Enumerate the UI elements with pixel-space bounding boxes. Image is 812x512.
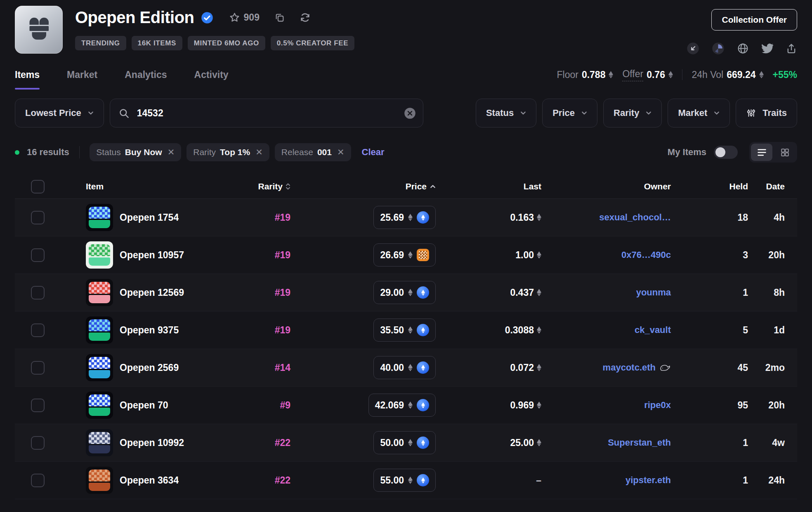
eth-icon [537,214,541,221]
owner-link[interactable]: younma [636,287,671,298]
table-body: Opepen 1754 #19 25.69 [15,199,797,499]
owner-link[interactable]: ripe0x [644,400,671,411]
marketplace-icon[interactable] [687,42,699,55]
collection-page: Opepen Edition 909 TRENDING [0,0,812,512]
owner-link[interactable]: 0x76…490c [621,250,671,260]
buy-price-button[interactable]: 35.50 [373,319,436,342]
table-row[interactable]: Opepen 9375 #19 35.50 [15,311,797,349]
tab-items[interactable]: Items [15,57,40,93]
buy-price-button[interactable]: 25.69 [373,206,436,229]
owner-link[interactable]: ck_vault [635,325,671,335]
owner-link[interactable]: sexual_chocol… [599,212,671,223]
held-count: 1 [743,475,748,486]
item-name: Opepen 10992 [120,437,184,448]
refresh-button[interactable] [300,12,311,23]
eth-icon [759,71,764,78]
item-name: Opepen 10957 [120,250,184,261]
gem-icon[interactable] [712,42,725,55]
table-row[interactable]: Opepen 10957 #19 26.69 [15,236,797,274]
live-indicator-icon [15,150,19,155]
copy-address-button[interactable] [274,12,285,23]
owner-link[interactable]: yipster.eth [626,475,671,486]
divider [682,69,683,80]
owner-link[interactable]: maycotc.eth [603,362,656,373]
owner-link[interactable]: Superstan_eth [608,437,671,448]
collection-offer-button[interactable]: Collection Offer [711,9,797,31]
table-row[interactable]: Opepen 12569 #19 29.00 [15,274,797,311]
rarity-rank: #19 [275,287,290,298]
column-header-rarity[interactable]: Rarity [224,182,294,191]
marketplace-token-icon [417,436,429,449]
list-view-button[interactable] [751,144,772,161]
filter-chip[interactable]: Release 001 ✕ [275,143,351,161]
table-row[interactable]: Opepen 3634 #22 55.00 [15,462,797,499]
column-header-date[interactable]: Date [759,182,797,191]
eth-icon [537,439,541,446]
row-checkbox[interactable] [31,286,45,300]
items-table: Item Rarity Price Last Owner Held Date [0,175,812,499]
last-sale-empty: – [536,475,541,486]
eth-icon [408,364,413,371]
twitter-icon[interactable] [761,42,773,54]
rarity-rank: #9 [280,400,290,411]
offer-stat[interactable]: Offer0.76 [622,68,673,81]
row-checkbox[interactable] [31,323,45,337]
nft-thumbnail [86,204,113,231]
eth-icon [668,71,673,78]
filter-chip[interactable]: Rarity Top 1% ✕ [186,143,269,161]
tab-activity[interactable]: Activity [194,57,229,93]
sort-dropdown[interactable]: Lowest Price [15,99,104,127]
buy-price-button[interactable]: 26.69 [373,243,436,267]
buy-price-button[interactable]: 40.00 [373,356,436,379]
remove-chip-icon[interactable]: ✕ [255,147,263,157]
column-header-price[interactable]: Price [294,182,437,191]
clear-filters-link[interactable]: Clear [362,147,385,158]
table-row[interactable]: Opepen 70 #9 42.069 [15,387,797,424]
chevron-down-icon [88,111,94,115]
traits-button[interactable]: Traits [736,99,797,127]
grid-view-icon [780,147,790,158]
tab-analytics[interactable]: Analytics [125,57,167,93]
share-icon[interactable] [786,43,797,54]
search-bar [110,99,423,127]
column-header-last[interactable]: Last [437,182,549,191]
eth-icon [408,214,413,221]
buy-price-button[interactable]: 42.069 [368,394,436,417]
rarity-dropdown[interactable]: Rarity [603,99,662,127]
my-items-toggle[interactable] [714,146,738,159]
website-icon[interactable] [737,42,749,54]
divider [79,146,80,158]
remove-chip-icon[interactable]: ✕ [168,147,175,157]
nft-thumbnail [86,316,113,344]
buy-price-button[interactable]: 29.00 [373,281,436,304]
held-count: 1 [743,287,748,298]
search-clear-button[interactable] [404,107,416,120]
table-row[interactable]: Opepen 10992 #22 50.00 [15,424,797,462]
watch-count: 909 [244,12,260,23]
search-input[interactable] [136,107,397,119]
table-row[interactable]: Opepen 2569 #14 40.00 [15,349,797,387]
table-row[interactable]: Opepen 1754 #19 25.69 [15,199,797,236]
market-dropdown[interactable]: Market [668,99,730,127]
price-dropdown[interactable]: Price [542,99,597,127]
row-checkbox[interactable] [31,211,45,224]
remove-chip-icon[interactable]: ✕ [337,147,345,157]
row-checkbox[interactable] [31,361,45,375]
volume-stat: 24h Vol669.24 [692,69,763,80]
row-checkbox[interactable] [31,399,45,412]
buy-price-button[interactable]: 50.00 [373,431,436,454]
status-dropdown[interactable]: Status [476,99,536,127]
tab-market[interactable]: Market [67,57,97,93]
watchlist-button[interactable]: 909 [229,12,260,23]
select-all-checkbox[interactable] [31,180,45,193]
item-name: Opepen 70 [120,400,168,411]
row-checkbox[interactable] [31,436,45,450]
row-checkbox[interactable] [31,248,45,262]
listed-date: 4h [774,212,785,223]
grid-view-button[interactable] [774,144,795,161]
filter-chip[interactable]: Status Buy Now ✕ [90,143,181,161]
buy-price-button[interactable]: 55.00 [373,469,436,492]
row-checkbox[interactable] [31,474,45,487]
last-sale: 0.437 [510,287,541,298]
listed-date: 20h [768,400,785,411]
